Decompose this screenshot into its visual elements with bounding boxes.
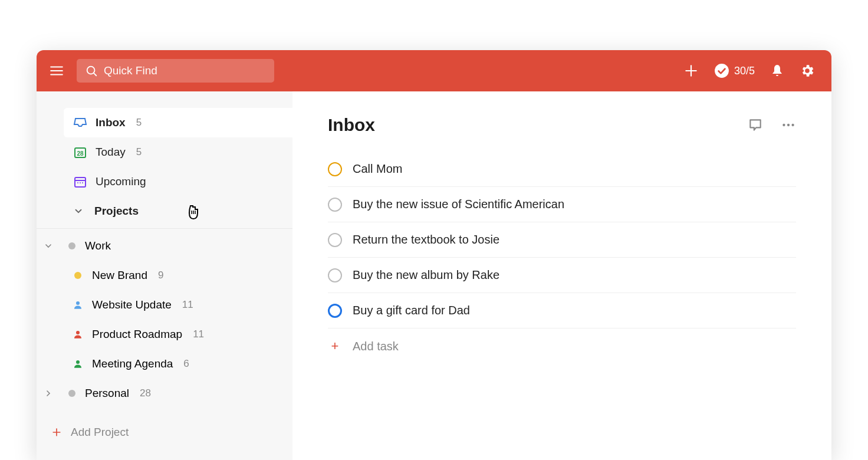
task-title: Return the textbook to Josie [353, 233, 499, 247]
add-icon[interactable] [683, 63, 699, 78]
search-box[interactable] [77, 59, 274, 83]
project-count: 28 [140, 387, 151, 399]
task-item[interactable]: Return the textbook to Josie [328, 222, 796, 258]
menu-icon[interactable] [48, 63, 65, 79]
project-count: 6 [183, 358, 189, 370]
task-checkbox[interactable] [328, 268, 342, 282]
svg-point-24 [787, 124, 790, 126]
karma-count: 30/5 [734, 65, 755, 77]
sidebar-label: Inbox [96, 116, 126, 129]
projects-header[interactable]: Projects [60, 196, 292, 226]
project-count: 11 [182, 299, 193, 311]
add-project-label: Add Project [71, 426, 129, 439]
project-dot-icon [68, 390, 75, 397]
svg-point-7 [715, 64, 729, 78]
app-window: 30/5 Inbox 5 [37, 50, 831, 460]
project-label: Product Roadmap [92, 328, 182, 341]
task-title: Buy a gift card for Dad [353, 304, 470, 317]
chevron-down-icon [73, 206, 84, 216]
subproject-item[interactable]: Product Roadmap 11 [37, 320, 292, 349]
divider [37, 228, 292, 229]
person-icon [72, 300, 84, 310]
search-input[interactable] [104, 64, 266, 77]
person-icon [72, 329, 84, 340]
svg-point-20 [76, 360, 80, 364]
top-bar: 30/5 [37, 50, 831, 91]
sidebar-count: 5 [136, 117, 142, 129]
sidebar-label: Today [96, 146, 126, 159]
subproject-item[interactable]: New Brand 9 [37, 261, 292, 290]
subproject-item[interactable]: Meeting Agenda 6 [37, 349, 292, 379]
project-label: New Brand [92, 269, 147, 282]
project-label: Website Update [92, 298, 172, 311]
svg-point-18 [76, 301, 80, 305]
task-title: Call Mom [353, 162, 402, 176]
search-icon [85, 64, 98, 77]
sidebar-count: 5 [136, 146, 142, 158]
task-item[interactable]: Buy the new album by Rake [328, 258, 796, 293]
karma-check-icon [714, 63, 729, 78]
task-item[interactable]: Buy a gift card for Dad [328, 293, 796, 328]
task-title: Buy the new issue of Scientific American [353, 198, 564, 211]
project-dot-icon [68, 242, 75, 249]
main-header: Inbox [328, 115, 796, 135]
notifications-icon[interactable] [770, 64, 784, 78]
plus-icon [51, 426, 63, 438]
page-title: Inbox [328, 115, 375, 135]
svg-text:28: 28 [77, 150, 84, 157]
svg-point-23 [782, 124, 785, 126]
project-label: Meeting Agenda [92, 357, 173, 370]
projects-label: Projects [94, 205, 139, 218]
project-count: 11 [193, 328, 204, 340]
task-checkbox[interactable] [328, 198, 342, 212]
project-count: 9 [158, 270, 163, 281]
project-dot-icon [72, 272, 84, 279]
sidebar-item-today[interactable]: 28 Today 5 [60, 137, 292, 167]
more-icon[interactable] [781, 117, 796, 133]
task-checkbox[interactable] [328, 233, 342, 247]
project-label: Personal [85, 387, 129, 400]
svg-point-19 [76, 331, 80, 334]
plus-icon: + [328, 339, 342, 354]
task-item[interactable]: Buy the new issue of Scientific American [328, 187, 796, 222]
project-item-personal[interactable]: Personal 28 [37, 379, 292, 408]
calendar-today-icon: 28 [73, 145, 87, 159]
task-item[interactable]: Call Mom [328, 152, 796, 187]
person-icon [72, 359, 84, 369]
main-content: Inbox Call Mom Buy the new issue of Scie… [292, 91, 831, 460]
subproject-item[interactable]: Website Update 11 [37, 290, 292, 320]
sidebar-item-inbox[interactable]: Inbox 5 [64, 108, 296, 137]
comments-icon[interactable] [748, 117, 763, 133]
sidebar-item-upcoming[interactable]: Upcoming [60, 167, 292, 196]
project-label: Work [85, 239, 111, 252]
svg-point-25 [791, 124, 794, 126]
task-checkbox[interactable] [328, 162, 342, 176]
add-project-button[interactable]: Add Project [37, 418, 292, 447]
chevron-right-icon [37, 389, 60, 398]
karma-indicator[interactable]: 30/5 [714, 63, 755, 78]
sidebar: Inbox 5 28 Today 5 U [37, 91, 292, 460]
chevron-down-icon [37, 241, 60, 251]
project-item-work[interactable]: Work [37, 231, 292, 261]
calendar-upcoming-icon [73, 175, 87, 189]
topbar-actions: 30/5 [683, 63, 815, 78]
add-task-label: Add task [353, 340, 399, 353]
inbox-icon [73, 116, 87, 130]
settings-icon[interactable] [800, 63, 815, 78]
task-title: Buy the new album by Rake [353, 268, 499, 282]
sidebar-label: Upcoming [96, 175, 146, 188]
add-task-button[interactable]: + Add task [328, 328, 796, 364]
svg-line-4 [94, 73, 96, 75]
task-checkbox[interactable] [328, 304, 342, 318]
